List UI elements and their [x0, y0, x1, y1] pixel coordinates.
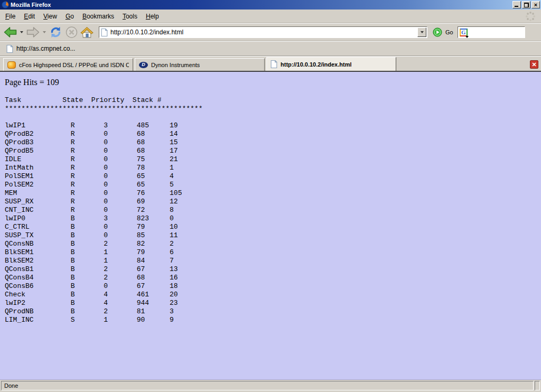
chevron-down-icon	[421, 31, 424, 33]
chevron-down-icon[interactable]	[465, 36, 469, 38]
bookmark-label: http://as.cmpnet.co...	[16, 45, 75, 52]
forward-button[interactable]	[25, 26, 41, 39]
tab-1[interactable]: cFos Highspeed DSL / PPPoE und ISDN CAP.…	[3, 58, 133, 71]
minimize-icon	[515, 6, 518, 7]
url-field[interactable]	[99, 26, 427, 38]
page-icon	[6, 45, 13, 53]
menu-bookmarks[interactable]: Bookmarks	[78, 11, 118, 22]
cfos-icon	[7, 61, 16, 69]
dynon-icon: D	[139, 62, 148, 68]
menu-go[interactable]: Go	[61, 11, 78, 22]
menu-items: FileEditViewGoBookmarksToolsHelp	[1, 11, 525, 22]
tab-label: Dynon Instruments	[151, 62, 200, 68]
menu-tools[interactable]: Tools	[118, 11, 142, 22]
window-title: Mozilla Firefox	[11, 0, 511, 10]
back-button[interactable]	[2, 26, 18, 39]
menu-bar: FileEditViewGoBookmarksToolsHelp	[0, 10, 541, 23]
back-arrow-icon	[3, 26, 17, 38]
close-icon: ×	[534, 2, 537, 7]
tab-bar: cFos Highspeed DSL / PPPoE und ISDN CAP.…	[0, 56, 541, 72]
page-icon	[270, 60, 277, 68]
restore-icon	[524, 3, 529, 7]
stop-icon	[65, 26, 78, 39]
menu-edit[interactable]: Edit	[20, 11, 39, 22]
page-icon	[101, 29, 108, 36]
title-bar: Mozilla Firefox ×	[0, 0, 541, 10]
go-icon	[433, 27, 442, 37]
tab-2[interactable]: DDynon Instruments	[135, 58, 265, 71]
menu-view[interactable]: View	[39, 11, 61, 22]
browser-window: Mozilla Firefox × FileEditViewGoBookmark…	[0, 0, 541, 392]
status-text: Done	[4, 382, 18, 389]
forward-arrow-icon	[26, 26, 40, 38]
bookmark-item[interactable]: http://as.cmpnet.co...	[4, 44, 77, 54]
tab-close-button[interactable]: ✕	[530, 60, 538, 69]
restore-button[interactable]	[522, 1, 530, 8]
tab-3[interactable]: http://10.0.10.2/index.html	[266, 57, 396, 71]
close-button[interactable]: ×	[531, 1, 540, 8]
search-field[interactable]: G	[458, 26, 525, 38]
task-table: Task State Priority Stack # ************…	[5, 96, 541, 324]
go-button[interactable]: Go	[433, 27, 453, 37]
url-dropdown-button[interactable]	[417, 27, 426, 37]
back-dropdown-icon[interactable]	[20, 31, 23, 33]
reload-icon	[49, 25, 63, 39]
reload-button[interactable]	[48, 25, 64, 40]
google-icon: G	[460, 29, 468, 36]
home-button[interactable]	[79, 26, 95, 39]
throbber-icon	[525, 11, 536, 22]
tab-label: cFos Highspeed DSL / PPPoE und ISDN CAP.…	[19, 62, 129, 68]
menu-file[interactable]: File	[1, 11, 20, 22]
menu-help[interactable]: Help	[142, 11, 163, 22]
status-bar: Done	[0, 379, 541, 392]
forward-dropdown-icon[interactable]	[43, 31, 46, 33]
page-content: Page Hits = 109 Task State Priority Stac…	[0, 72, 541, 379]
status-text-panel: Done	[1, 381, 534, 390]
go-label: Go	[445, 29, 453, 35]
home-icon	[80, 26, 94, 39]
bookmarks-bar: http://as.cmpnet.co...	[0, 41, 541, 56]
page-hits-text: Page Hits = 109	[5, 78, 541, 87]
stop-button[interactable]	[64, 25, 79, 39]
tab-label: http://10.0.10.2/index.html	[281, 61, 351, 68]
status-resize-panel	[535, 381, 540, 390]
minimize-button[interactable]	[512, 1, 521, 8]
navigation-toolbar: Go G	[0, 23, 541, 41]
url-input[interactable]	[110, 29, 417, 36]
search-input[interactable]	[471, 29, 523, 36]
tab-strip: cFos Highspeed DSL / PPPoE und ISDN CAP.…	[3, 57, 398, 71]
firefox-icon	[2, 1, 9, 8]
